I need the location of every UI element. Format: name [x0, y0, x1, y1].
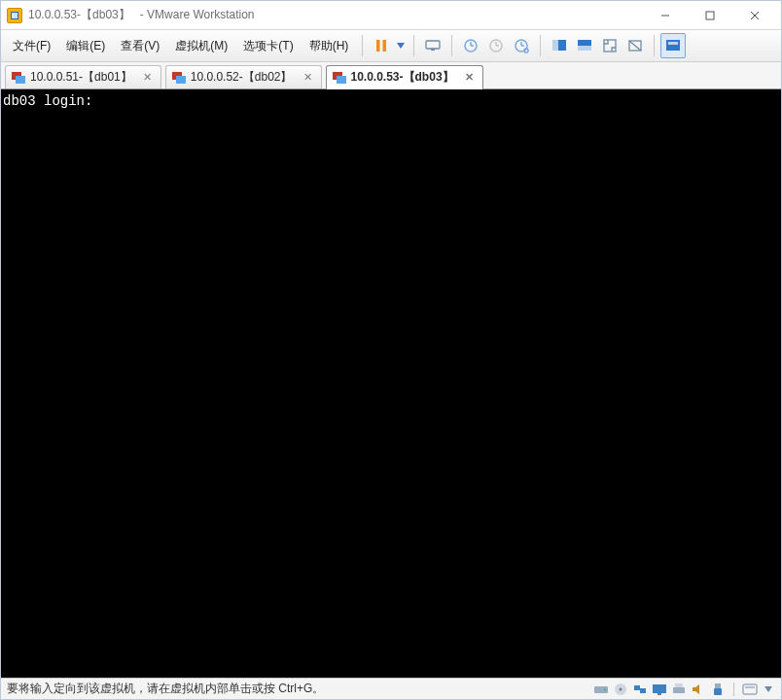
- tab-db01[interactable]: 10.0.0.51-【db01】 ✕: [5, 65, 161, 88]
- toolbar-separator: [451, 35, 452, 56]
- svg-rect-5: [383, 40, 387, 52]
- close-button[interactable]: [732, 2, 777, 29]
- svg-rect-40: [653, 684, 666, 693]
- harddisk-icon[interactable]: [593, 682, 609, 697]
- snapshot-revert-button[interactable]: [483, 33, 509, 58]
- tab-db02[interactable]: 10.0.0.52-【db02】 ✕: [165, 65, 322, 88]
- menu-tabs[interactable]: 选项卡(T): [235, 34, 301, 58]
- svg-rect-20: [552, 40, 558, 51]
- menu-vm[interactable]: 虚拟机(M): [167, 34, 235, 58]
- snapshot-manager-button[interactable]: [509, 33, 534, 58]
- menubar: 文件(F) 编辑(E) 查看(V) 虚拟机(M) 选项卡(T) 帮助(H): [1, 30, 781, 62]
- window-controls: [643, 2, 777, 29]
- cdrom-icon[interactable]: [613, 682, 628, 697]
- fit-guest-button[interactable]: [597, 33, 622, 58]
- tray-separator: [733, 682, 734, 696]
- printer-icon[interactable]: [671, 682, 687, 697]
- send-ctrl-alt-del-button[interactable]: [420, 33, 445, 58]
- svg-rect-42: [673, 687, 685, 693]
- pause-vm-button[interactable]: [369, 33, 394, 58]
- tab-db03[interactable]: 10.0.0.53-【db03】 ✕: [326, 65, 483, 88]
- svg-rect-38: [634, 685, 640, 690]
- svg-point-37: [620, 687, 622, 690]
- toolbar-separator: [654, 35, 655, 56]
- maximize-button[interactable]: [688, 2, 732, 29]
- menu-file[interactable]: 文件(F): [5, 34, 58, 58]
- display-icon[interactable]: [652, 682, 667, 697]
- toolbar-separator: [413, 35, 414, 56]
- svg-rect-26: [666, 40, 680, 51]
- view-unity-button[interactable]: [572, 33, 597, 58]
- vm-tabs: 10.0.0.51-【db01】 ✕ 10.0.0.52-【db02】 ✕ 10…: [1, 62, 781, 89]
- fullscreen-button[interactable]: [660, 33, 686, 58]
- app-window: 10.0.0.53-【db03】 - VMware Workstation 文件…: [0, 0, 782, 700]
- svg-rect-7: [426, 41, 440, 49]
- svg-rect-45: [714, 688, 722, 695]
- tab-close-button[interactable]: ✕: [463, 71, 477, 85]
- svg-rect-27: [668, 42, 678, 45]
- svg-rect-8: [431, 49, 435, 51]
- fullscreen-stretch-button[interactable]: [622, 33, 648, 58]
- menu-help[interactable]: 帮助(H): [302, 34, 357, 58]
- vmware-app-icon: [7, 8, 22, 23]
- vm-icon: [12, 72, 25, 84]
- power-dropdown[interactable]: [394, 42, 408, 50]
- titlebar: 10.0.0.53-【db03】 - VMware Workstation: [1, 1, 781, 30]
- svg-rect-22: [578, 46, 591, 51]
- svg-rect-1: [706, 12, 714, 19]
- svg-point-35: [604, 688, 606, 690]
- svg-rect-33: [337, 76, 346, 84]
- svg-rect-39: [640, 688, 646, 693]
- toolbar-separator: [362, 35, 363, 56]
- minimize-button[interactable]: [643, 2, 688, 29]
- device-tray: [593, 682, 775, 697]
- svg-rect-31: [176, 76, 186, 84]
- vm-icon: [333, 72, 346, 84]
- tab-label: 10.0.0.53-【db03】: [351, 69, 454, 86]
- svg-marker-48: [764, 686, 772, 692]
- svg-rect-43: [675, 683, 683, 687]
- statusbar: 要将输入定向到该虚拟机，请在虚拟机内部单击或按 Ctrl+G。: [1, 678, 781, 699]
- tab-label: 10.0.0.51-【db01】: [30, 69, 132, 86]
- usb-icon[interactable]: [710, 682, 726, 697]
- svg-line-25: [629, 41, 641, 51]
- svg-rect-41: [658, 693, 661, 695]
- toolbar-separator: [540, 35, 541, 56]
- svg-rect-44: [715, 683, 721, 688]
- svg-rect-46: [743, 684, 757, 694]
- window-title: 10.0.0.53-【db03】 - VMware Workstation: [28, 7, 643, 23]
- tab-close-button[interactable]: ✕: [302, 71, 315, 85]
- tab-close-button[interactable]: ✕: [141, 71, 155, 85]
- vm-icon: [172, 72, 186, 84]
- svg-rect-29: [16, 76, 25, 84]
- network-adapter-icon[interactable]: [632, 682, 648, 697]
- message-log-icon[interactable]: [742, 682, 758, 697]
- vm-console[interactable]: db03 login:: [1, 89, 781, 678]
- svg-marker-6: [397, 43, 405, 49]
- tab-label: 10.0.0.52-【db02】: [191, 69, 293, 86]
- menu-view[interactable]: 查看(V): [113, 34, 167, 58]
- sound-icon[interactable]: [691, 682, 706, 697]
- svg-rect-23: [604, 40, 616, 52]
- view-console-button[interactable]: [547, 33, 572, 58]
- svg-rect-4: [376, 40, 380, 52]
- svg-point-18: [524, 49, 528, 52]
- message-log-dropdown[interactable]: [762, 685, 775, 693]
- snapshot-take-button[interactable]: [458, 33, 483, 58]
- statusbar-hint: 要将输入定向到该虚拟机，请在虚拟机内部单击或按 Ctrl+G。: [7, 681, 324, 697]
- menu-edit[interactable]: 编辑(E): [58, 34, 113, 58]
